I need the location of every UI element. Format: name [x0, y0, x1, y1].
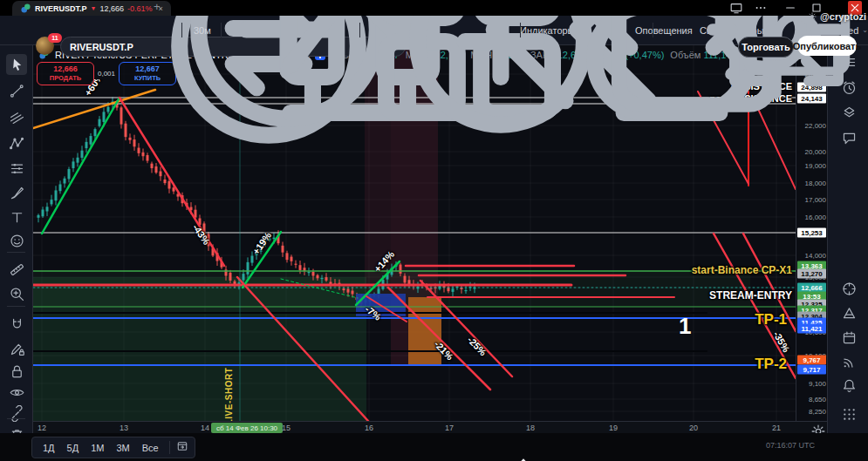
session-countdown-box: сб 14 Фев 26 10:30 [211, 423, 283, 433]
main-toolbar: 11 RIVERUSDT.P 30м Индикаторы ⌄ Оповещен… [0, 16, 868, 45]
target-icon[interactable] [839, 279, 858, 298]
notification-badge: 11 [48, 33, 62, 43]
magnet-tool-icon[interactable] [6, 314, 27, 335]
price-tick: 17,000 [805, 196, 826, 204]
big-number-annotation[interactable]: 1 [679, 313, 691, 340]
publish-button[interactable]: Опубликовать [797, 36, 857, 56]
price-tick: 14,000 [805, 252, 826, 260]
object-tree-icon[interactable] [839, 303, 858, 322]
date-range-switcher: 1Д5Д1М3МВсе [31, 437, 195, 458]
text-tool-icon[interactable] [6, 207, 27, 227]
price-tick: 19,000 [805, 162, 826, 170]
price-down-arrow-icon: ▼ [91, 5, 97, 11]
bell-icon[interactable] [839, 376, 858, 395]
price-tick: 18,000 [805, 180, 826, 187]
ruler-tool-icon[interactable] [6, 259, 27, 280]
browser-tab[interactable]: RIVERUSDT.P ▼ 12,666 -0.61% × [12, 1, 171, 16]
drawing-toolbar [0, 44, 33, 433]
toolbar-divider [7, 252, 25, 253]
bottom-bar: 1Д5Д1М3МВсе 07:16:07 UTC @ Wolverine_DxC [0, 433, 868, 461]
price-tick: 9,100 [809, 380, 826, 388]
cast-icon[interactable] [729, 1, 743, 15]
live-short-label[interactable]: LIVE-SHORT [224, 368, 234, 421]
more-menu-icon[interactable] [754, 1, 768, 15]
range-button-1М[interactable]: 1М [85, 441, 109, 455]
price-label-box: 9,767 [797, 356, 826, 365]
level-label[interactable]: start-Binance CP-X1 [692, 264, 792, 276]
cursor-tool-icon[interactable] [6, 54, 27, 75]
tab-price: 12,666 [99, 4, 124, 13]
edit-lock-tool-icon[interactable] [6, 338, 27, 359]
level-label[interactable]: TP-1 [755, 311, 787, 329]
channel-tool-icon[interactable] [6, 106, 27, 127]
apps-grid-icon[interactable] [839, 404, 858, 424]
interval-button[interactable]: 30м [194, 16, 211, 44]
time-tick: 14 [201, 424, 209, 432]
range-button-3М[interactable]: 3М [111, 441, 134, 455]
gear-icon [807, 11, 817, 22]
emoji-tool-icon[interactable] [6, 230, 27, 251]
price-tick: 16,000 [805, 214, 826, 221]
minimize-icon[interactable] [783, 1, 797, 15]
toolbar-divider [7, 418, 25, 419]
time-tick: 15 [282, 424, 290, 432]
toolbar-divider [7, 306, 25, 307]
new-tab-button[interactable]: + [154, 0, 161, 13]
price-tick: 8,650 [809, 396, 826, 403]
time-tick: 13 [120, 424, 128, 432]
link-tool-icon[interactable] [6, 403, 27, 424]
top-watermark: @cryptozi [807, 11, 866, 22]
price-label-box: 11,421 [797, 324, 826, 334]
forecast-tool-icon[interactable] [6, 158, 27, 179]
time-tick: 16 [365, 424, 373, 432]
level-label[interactable]: TP-2 [755, 356, 787, 373]
price-label-box: 15,253 [797, 228, 826, 238]
goto-date-icon[interactable] [175, 439, 189, 457]
range-button-Все[interactable]: Все [137, 441, 164, 455]
tab-favicon-icon [20, 3, 31, 14]
lock-tool-icon[interactable] [6, 361, 27, 382]
pattern-xabcd-tool-icon[interactable] [6, 132, 27, 153]
price-tick: 8,250 [809, 408, 826, 416]
time-tick: 12 [38, 424, 46, 432]
hide-tool-icon[interactable] [6, 382, 27, 403]
calendar-icon[interactable] [839, 328, 858, 347]
binance-logo-icon [393, 431, 654, 461]
price-label-box: 9,717 [797, 365, 826, 375]
bottom-watermark: @ Wolverine_DxC [393, 431, 863, 461]
range-button-5Д[interactable]: 5Д [62, 441, 85, 455]
spread-value: 0,001 [94, 68, 119, 79]
price-label-box: 13,270 [797, 269, 826, 279]
sell-button[interactable]: 12,666 ПРОДАТЬ [37, 62, 94, 85]
level-label[interactable]: STREAM-ENTRY [709, 289, 792, 302]
trend-line-tool-icon[interactable] [6, 80, 27, 101]
range-button-1Д[interactable]: 1Д [38, 441, 60, 455]
brush-tool-icon[interactable] [6, 182, 27, 203]
tab-change: -0.61% [127, 4, 153, 13]
tradingview-window: RIVERUSDT.P ▼ 12,666 -0.61% × + @cryptoz… [0, 0, 868, 461]
browser-titlebar: RIVERUSDT.P ▼ 12,666 -0.61% × + [0, 0, 868, 16]
tab-title: RIVERUSDT.P [35, 4, 87, 13]
zoom-in-tool-icon[interactable] [6, 283, 27, 304]
trade-button[interactable]: Торговать [738, 37, 794, 58]
broadcast-icon[interactable] [839, 352, 858, 371]
